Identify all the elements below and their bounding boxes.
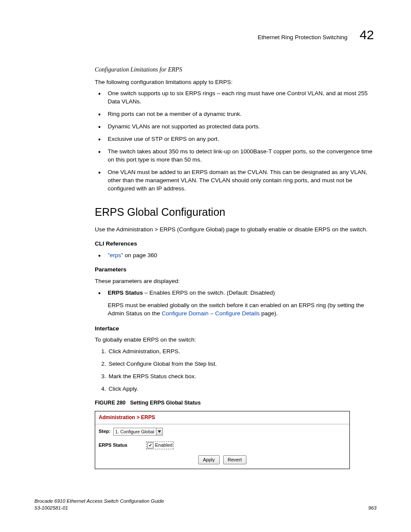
erps-status-row: ERPS Status ✔ Enabled [99,442,346,449]
list-item: Select Configure Global from the Step li… [108,360,377,368]
enabled-checkbox[interactable]: ✔ [147,442,153,448]
list-item: The switch takes about 350 ms to detect … [95,148,377,164]
step-row: Step: 1. Configure Global [99,428,346,436]
erps-link[interactable]: "erps" [108,252,123,258]
erps-note: ERPS must be enabled globally on the swi… [108,302,377,318]
page-footer: Brocade 6910 Ethernet Access Switch Conf… [34,498,377,511]
list-item: Mark the ERPS Status check box. [108,373,377,381]
page-number: 963 [368,504,377,511]
list-item: Click Apply. [108,385,377,393]
section-title: ERPS Global Configuration [95,205,377,220]
interface-steps: Click Administration, ERPS. Select Confi… [95,348,377,393]
parameters-intro: These parameters are displayed: [95,277,377,286]
footer-doc-number: 53-1002581-01 [34,504,164,511]
figure-panel: Administration > ERPS Step: 1. Configure… [95,411,350,469]
list-item: Dynamic VLANs are not supported as prote… [95,123,377,131]
erps-status-label: ERPS Status [108,289,143,296]
footer-doc-title: Brocade 6910 Ethernet Access Switch Conf… [34,498,164,504]
cli-references-label: CLI References [95,240,377,248]
running-title: Ethernet Ring Protection Switching [258,34,348,42]
figure-title: Setting ERPS Global Status [130,400,201,406]
svg-marker-0 [158,430,161,433]
erps-status-row-label: ERPS Status [99,442,143,448]
interface-intro: To globally enable ERPS on the switch: [95,336,377,344]
cli-rest: on page 360 [123,252,157,258]
chapter-number: 42 [360,26,374,44]
step-select[interactable]: 1. Configure Global [113,428,163,436]
figure-number: FIGURE 280 [95,400,126,406]
list-item: One VLAN must be added to an ERPS domain… [95,168,377,193]
section-desc: Use the Administration > ERPS (Configure… [95,226,377,234]
interface-label: Interface [95,325,377,333]
list-item: Click Administration, ERPS. [108,348,377,356]
step-select-value: 1. Configure Global [114,429,156,435]
list-item: One switch supports up to six ERPS rings… [95,90,377,106]
limitations-heading: Configuration Limitations for ERPS [95,65,377,74]
limitations-intro: The following configuration limitations … [95,78,377,87]
revert-button[interactable]: Revert [223,455,246,464]
erps-status-desc: – Enables ERPS on the switch. (Default: … [143,289,275,296]
figure-caption: FIGURE 280 Setting ERPS Global Status [95,399,377,407]
panel-title: Administration > ERPS [95,411,349,424]
enabled-checkbox-wrapper: ✔ Enabled [146,442,174,449]
apply-button[interactable]: Apply [198,455,220,464]
limitations-list: One switch supports up to six ERPS rings… [95,90,377,193]
running-header: Ethernet Ring Protection Switching 42 [34,26,377,44]
list-item: Ring ports can not be a member of a dyna… [95,110,377,118]
chevron-down-icon [156,428,162,435]
configure-domain-link[interactable]: Configure Domain – Configure Details [162,310,259,317]
list-item: ERPS Status – Enables ERPS on the switch… [95,289,377,318]
list-item: "erps" on page 360 [95,252,377,260]
step-label: Step: [99,428,111,435]
parameters-label: Parameters [95,266,377,274]
enabled-checkbox-label: Enabled [155,442,172,448]
list-item: Exclusive use of STP or ERPS on any port… [95,135,377,143]
